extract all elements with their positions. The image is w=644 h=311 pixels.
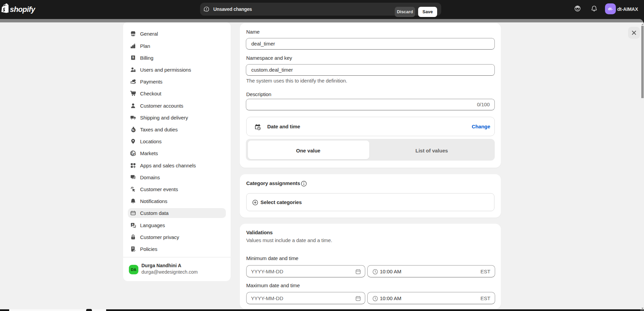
svg-text:shopify: shopify — [10, 5, 36, 14]
svg-text:%: % — [132, 128, 135, 132]
svg-text:A: A — [132, 223, 133, 226]
svg-text:$: $ — [132, 56, 134, 59]
svg-text:$: $ — [134, 153, 135, 156]
